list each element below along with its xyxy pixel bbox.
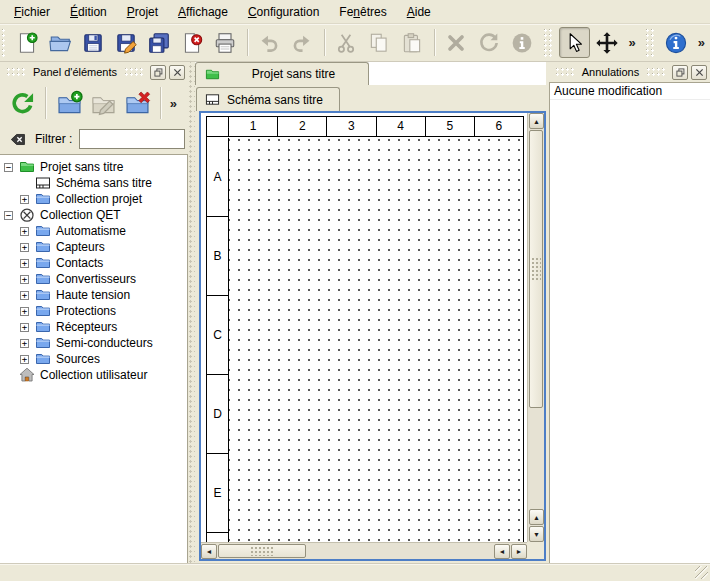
scroll-up-button[interactable]: ▲: [529, 113, 544, 129]
expand-toggle[interactable]: +: [20, 243, 29, 252]
expander-spacer: [4, 371, 13, 380]
collapse-toggle[interactable]: −: [4, 211, 13, 220]
tree-item-semi-conducteurs[interactable]: +Semi-conducteurs: [0, 335, 187, 351]
delete-category-button[interactable]: [120, 86, 154, 120]
close-panel-button[interactable]: [169, 65, 185, 80]
tree-item-automatisme[interactable]: +Automatisme: [0, 223, 187, 239]
undo-panel-title: Annulations: [578, 66, 644, 78]
tree-item-recepteurs[interactable]: +Récepteurs: [0, 319, 187, 335]
scroll-up-button-2[interactable]: ▲: [529, 509, 544, 525]
save-as-button[interactable]: [111, 27, 142, 58]
frame-row-header: E: [207, 454, 228, 533]
dock-grip[interactable]: [647, 68, 665, 77]
close-file-icon: [180, 31, 204, 55]
float-icon: [154, 68, 163, 77]
move-cross-icon: [595, 31, 619, 55]
edit-category-button[interactable]: [86, 86, 120, 120]
delete-selection-button[interactable]: [441, 27, 472, 58]
collapse-toggle[interactable]: −: [4, 163, 13, 172]
tree-item-contacts[interactable]: +Contacts: [0, 255, 187, 271]
schema-tab[interactable]: Schéma sans titre: [196, 87, 340, 111]
float-panel-button[interactable]: [672, 65, 688, 80]
menu-edition[interactable]: Édition: [60, 2, 117, 22]
reload-collections-button[interactable]: [5, 86, 39, 120]
new-project-button[interactable]: [12, 27, 43, 58]
filter-label: Filtrer :: [35, 132, 72, 146]
scroll-left-button[interactable]: ◄: [201, 544, 217, 559]
tree-item-collection-qet[interactable]: −Collection QET: [0, 207, 187, 223]
scroll-left-button-2[interactable]: ◄: [494, 544, 510, 559]
save-all-icon: [147, 31, 171, 55]
about-button[interactable]: [661, 27, 692, 58]
new-category-button[interactable]: [52, 86, 86, 120]
tree-item-convertisseurs[interactable]: +Convertisseurs: [0, 271, 187, 287]
selection-properties-button[interactable]: [507, 27, 538, 58]
toolbar-drag-handle[interactable]: [2, 29, 7, 57]
expand-toggle[interactable]: +: [20, 275, 29, 284]
save-button[interactable]: [78, 27, 109, 58]
expand-toggle[interactable]: +: [20, 307, 29, 316]
horizontal-scrollbar[interactable]: ◄ ◄ ►: [201, 542, 527, 559]
expand-toggle[interactable]: +: [20, 323, 29, 332]
print-button[interactable]: [210, 27, 241, 58]
clear-filter-icon[interactable]: [7, 131, 28, 148]
schema-icon: [204, 92, 221, 107]
expand-toggle[interactable]: +: [20, 195, 29, 204]
redo-button[interactable]: [287, 27, 318, 58]
toolbar-grip[interactable]: [544, 29, 553, 57]
tree-item-sources[interactable]: +Sources: [0, 351, 187, 367]
tree-item-collection-projet[interactable]: +Collection projet: [0, 191, 187, 207]
rotate-selection-button[interactable]: [474, 27, 505, 58]
tree-item-haute-tension[interactable]: +Haute tension: [0, 287, 187, 303]
undo-button[interactable]: [254, 27, 285, 58]
horizontal-scrollbar-thumb[interactable]: [218, 544, 306, 558]
menu-aide[interactable]: Aide: [397, 2, 441, 22]
vertical-scrollbar[interactable]: ▲ ▲ ▼: [527, 113, 544, 542]
copy-button[interactable]: [364, 27, 395, 58]
frame-column-header: 1: [229, 117, 278, 136]
pan-mode-button[interactable]: [592, 27, 623, 58]
dock-grip[interactable]: [7, 68, 25, 77]
filter-input[interactable]: [79, 129, 185, 149]
dock-grip[interactable]: [556, 68, 574, 77]
cut-button[interactable]: [331, 27, 362, 58]
close-panel-button[interactable]: [691, 65, 707, 80]
expand-toggle[interactable]: +: [20, 339, 29, 348]
left-dock-splitter[interactable]: [188, 62, 195, 563]
menu-fenetres[interactable]: Fenêtres: [329, 2, 396, 22]
tree-item-capteurs[interactable]: +Capteurs: [0, 239, 187, 255]
open-project-button[interactable]: [45, 27, 76, 58]
undo-list-item[interactable]: Aucune modification: [550, 83, 710, 100]
expand-toggle[interactable]: +: [20, 259, 29, 268]
dock-grip[interactable]: [125, 68, 143, 77]
paste-button[interactable]: [397, 27, 428, 58]
resize-grip[interactable]: [695, 566, 708, 579]
tree-item-collection-utilisateur[interactable]: Collection utilisateur: [0, 367, 187, 383]
folder-icon: [35, 319, 51, 335]
toolbar-overflow-button[interactable]: »: [170, 96, 183, 111]
diagram-scene[interactable]: 123456 ABCDE: [201, 113, 527, 542]
scroll-right-button[interactable]: ►: [511, 544, 527, 559]
scroll-down-button[interactable]: ▼: [529, 526, 544, 542]
expand-toggle[interactable]: +: [20, 291, 29, 300]
menu-projet[interactable]: Projet: [117, 2, 168, 22]
project-tab[interactable]: Projet sans titre: [195, 62, 369, 85]
tree-item-projet-sans-titre[interactable]: −Projet sans titre: [0, 159, 187, 175]
toolbar-overflow-button[interactable]: »: [693, 35, 710, 50]
toolbar-overflow-button[interactable]: »: [624, 35, 641, 50]
expand-toggle[interactable]: +: [20, 355, 29, 364]
select-mode-button[interactable]: [559, 27, 590, 58]
tree-item-schema-sans-titre[interactable]: Schéma sans titre: [0, 175, 187, 191]
toolbar-grip[interactable]: [646, 29, 655, 57]
save-all-button[interactable]: [144, 27, 175, 58]
close-file-button[interactable]: [177, 27, 208, 58]
vertical-scrollbar-thumb[interactable]: [529, 130, 543, 408]
menu-configuration[interactable]: Configuration: [238, 2, 329, 22]
menu-affichage[interactable]: Affichage: [168, 2, 238, 22]
tree-item-protections[interactable]: +Protections: [0, 303, 187, 319]
menu-fichier[interactable]: Fichier: [4, 2, 60, 22]
refresh-icon: [9, 90, 36, 117]
toolbar-separator: [160, 87, 161, 119]
float-panel-button[interactable]: [150, 65, 166, 80]
expand-toggle[interactable]: +: [20, 227, 29, 236]
